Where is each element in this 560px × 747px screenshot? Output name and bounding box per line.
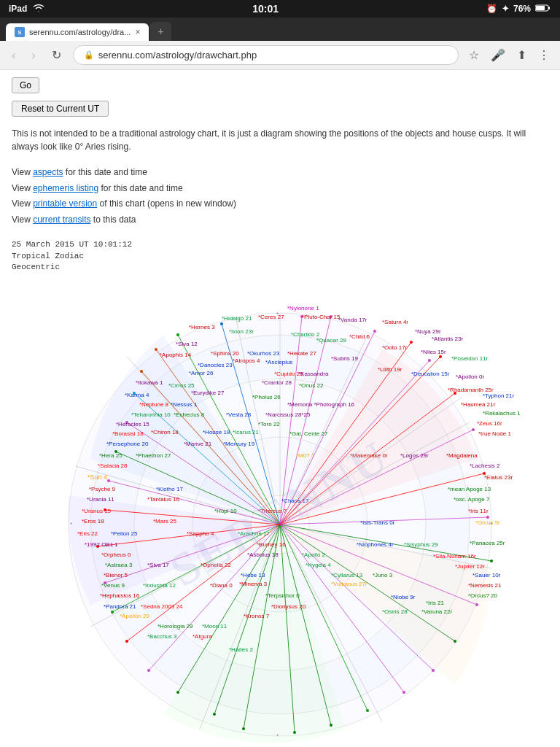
brightness-icon: ✦ (502, 4, 509, 14)
link-ephemeris: View ephemeris listing for this date and… (12, 181, 548, 197)
printable-link[interactable]: printable version (33, 198, 97, 209)
svg-text:*Karma 4: *Karma 4 (125, 392, 149, 398)
svg-text:*Isis-Trans 0r: *Isis-Trans 0r (360, 519, 395, 526)
svg-rect-1 (536, 6, 545, 10)
svg-text:*Typhon 21r: *Typhon 21r (483, 392, 514, 399)
svg-text:*Siva 17: *Siva 17 (147, 562, 169, 568)
svg-text:*Nessus 1: *Nessus 1 (171, 401, 198, 408)
svg-text:*Juno 3: *Juno 3 (373, 572, 393, 578)
svg-text:*Jupiter 12r: *Jupiter 12r (455, 563, 485, 570)
device-label: iPad (9, 4, 27, 14)
svg-text:*Mars 25: *Mars 25 (153, 518, 177, 525)
svg-text:*Dionysus 20: *Dionysus 20 (271, 603, 306, 610)
svg-text:*Bienor 5: *Bienor 5 (104, 572, 128, 578)
svg-text:*Eurydike 27: *Eurydike 27 (191, 390, 225, 396)
svg-text:*Orpheus 0: *Orpheus 0 (101, 551, 131, 558)
svg-text:+: + (490, 521, 493, 525)
tab-favicon: S (15, 27, 25, 37)
go-button[interactable]: Go (12, 77, 39, 93)
svg-text:*Ixion 23r: *Ixion 23r (229, 328, 254, 335)
svg-text:*Siva 12: *Siva 12 (176, 341, 198, 347)
svg-text:*Vanda 17r: *Vanda 17r (338, 317, 368, 323)
links-section: View aspects for this date and time View… (12, 165, 548, 228)
forward-button[interactable]: › (27, 46, 39, 65)
chart-date: 25 March 2015 UT 10:01:12 (12, 239, 548, 250)
svg-text:*Lilith 19r: *Lilith 19r (378, 366, 402, 373)
svg-text:*Horologia 29: *Horologia 29 (158, 623, 193, 630)
svg-text:*Ooto 17r: *Ooto 17r (382, 344, 408, 351)
reset-button[interactable]: Reset to Current UT (12, 101, 109, 117)
svg-text:*Niobe 9r: *Niobe 9r (391, 594, 416, 600)
svg-text:*Moon 11: *Moon 11 (202, 623, 228, 630)
svg-point-60 (176, 333, 179, 336)
active-tab[interactable]: S serennu.com/astrology/dra... × (6, 23, 149, 41)
svg-text:+: + (70, 521, 73, 525)
svg-text:*Sauer 10r: *Sauer 10r (472, 572, 501, 578)
svg-text:*Hopi 10: *Hopi 10 (214, 508, 237, 514)
svg-rect-2 (548, 7, 550, 9)
svg-text:*Poseidon 11r: *Poseidon 11r (451, 355, 489, 362)
aspects-link[interactable]: aspects (33, 167, 63, 177)
page-content: Go Reset to Current UT This is not inten… (0, 70, 560, 747)
svg-text:*Lachesis 2: *Lachesis 2 (470, 462, 500, 469)
svg-text:*Apollon 29: *Apollon 29 (120, 613, 149, 619)
svg-text:*Hades 2: *Hades 2 (229, 646, 253, 653)
svg-text:*Icarus 21: *Icarus 21 (233, 429, 260, 436)
svg-text:*Burney 16: *Burney 16 (257, 541, 286, 548)
back-button[interactable]: ‹ (7, 46, 20, 65)
svg-point-71 (125, 640, 128, 643)
url-bar[interactable]: 🔒 serennu.com/astrology/drawchart.php (73, 45, 459, 65)
svg-text:*Orcus? 20: *Orcus? 20 (468, 592, 498, 599)
svg-text:*Cirros 25: *Cirros 25 (168, 382, 195, 389)
svg-text:*Chiron 18: *Chiron 18 (151, 429, 179, 436)
svg-text:*Varuna 22r: *Varuna 22r (421, 608, 452, 615)
svg-text:*Toro 22: *Toro 22 (258, 421, 280, 427)
reload-button[interactable]: ↻ (47, 45, 66, 65)
bookmark-button[interactable]: ☆ (466, 45, 482, 65)
transits-link[interactable]: current transits (33, 214, 90, 225)
svg-text:*Logos 29r: *Logos 29r (400, 452, 429, 459)
svg-text:*Okurhos 23: *Okurhos 23 (247, 350, 280, 357)
battery-icon (535, 4, 551, 15)
svg-text:*Urania 11: *Urania 11 (87, 496, 114, 503)
svg-point-61 (155, 348, 158, 351)
svg-text:*Subris 19: *Subris 19 (331, 355, 358, 362)
svg-text:*Quaoar 28: *Quaoar 28 (316, 337, 346, 344)
new-tab-button[interactable]: + (150, 22, 171, 41)
tab-close-button[interactable]: × (135, 27, 140, 37)
battery-text: 76% (513, 4, 531, 14)
svg-text:*Atropos 4: *Atropos 4 (233, 357, 260, 364)
svg-text:*Salacia 28: *Salacia 28 (98, 462, 128, 469)
svg-text:*Sappho 4: *Sappho 4 (187, 530, 214, 537)
svg-text:*Chaos 17: *Chaos 17 (281, 498, 309, 504)
svg-text:*Industria 12: *Industria 12 (143, 582, 176, 589)
svg-text:*Itokawa 1: *Itokawa 1 (136, 379, 163, 386)
svg-text:*Pandora 21: *Pandora 21 (104, 603, 136, 610)
url-actions: ☆ 🎤 ⬆ ⋮ (466, 45, 553, 65)
svg-text:*Neptune 8: *Neptune 8 (139, 401, 169, 408)
svg-point-83 (490, 560, 493, 562)
chart-zodiac: Tropical Zodiac (12, 251, 548, 262)
svg-text:*Hebe 13: *Hebe 13 (241, 572, 265, 578)
svg-text:*Phaethon 27: *Phaethon 27 (136, 452, 171, 459)
time-display: 10:01 (252, 3, 279, 15)
ephemeris-link[interactable]: ephemeris listing (33, 183, 98, 193)
svg-text:*Hephaistos 16: *Hephaistos 16 (100, 592, 140, 599)
microphone-button[interactable]: 🎤 (488, 45, 508, 65)
svg-text:*mean Apoge 13: *mean Apoge 13 (448, 486, 491, 492)
svg-text:*Ophelia 22: *Ophelia 22 (201, 562, 231, 568)
status-bar: iPad 10:01 ⏰ ✦ 76% (0, 0, 560, 18)
svg-text:*Eros 18: *Eros 18 (82, 518, 104, 525)
svg-text:*Sila-Nunam 16r: *Sila-Nunam 16r (433, 553, 476, 560)
chart-svg: *Nylonone 1 *Hidalgo 21 *Ceres 27 *Pluto… (18, 276, 542, 747)
more-button[interactable]: ⋮ (535, 45, 553, 65)
svg-text:*true Node 1: *true Node 1 (478, 430, 511, 437)
svg-text:*Manve 21: *Manve 21 (184, 441, 212, 447)
svg-text:*Pluto-Char 15: *Pluto-Char 15 (302, 314, 341, 320)
svg-text:*Cyllarus 13: *Cyllarus 13 (331, 572, 363, 578)
share-button[interactable]: ⬆ (514, 45, 529, 65)
svg-text:*Danocles 23: *Danocles 23 (198, 362, 233, 368)
alarm-icon: ⏰ (486, 4, 497, 14)
svg-point-81 (454, 640, 456, 643)
svg-point-84 (486, 516, 489, 519)
